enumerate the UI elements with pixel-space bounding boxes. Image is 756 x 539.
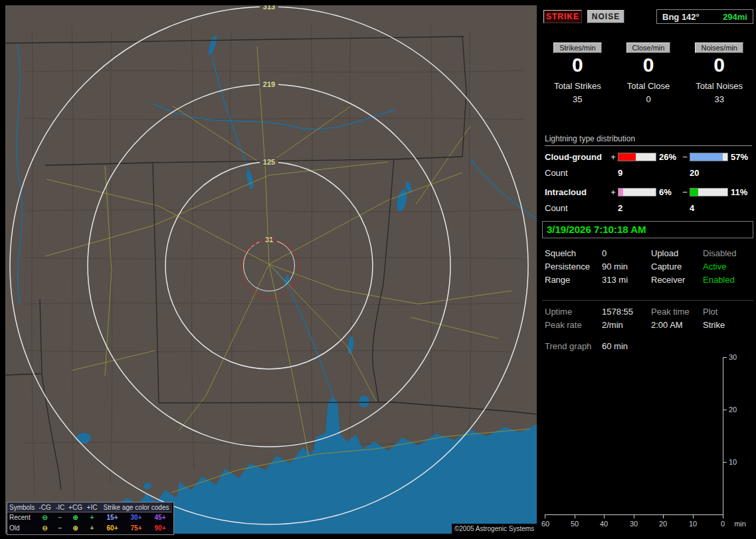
cg-negative-count: 20 (690, 168, 728, 178)
range-value: 313 mi (602, 275, 651, 288)
cloud-ground-label: Cloud-ground (545, 152, 609, 162)
cg-positive-bar (618, 153, 656, 161)
map-panel: 313 219 125 31 Symbols -CG -IC +CG +IC S… (5, 5, 537, 534)
noises-per-min-button[interactable]: Noises/min (695, 42, 743, 53)
uptime-value: 1578:55 (602, 307, 651, 320)
noises-per-min-value: 0 (684, 55, 755, 75)
total-close-label: Total Close (613, 81, 684, 91)
copyright-label: ©2005 Astrogenic Systems (452, 524, 537, 534)
legend-col-pos-ic: +IC (84, 502, 100, 512)
plot-label: Plot (703, 307, 752, 320)
app-window: 313 219 125 31 Symbols -CG -IC +CG +IC S… (0, 0, 756, 539)
cloud-ground-count-row: Count 9 20 (545, 168, 752, 178)
ic-negative-pct: 11% (728, 187, 752, 197)
neg-cg-old-icon: ⊖ (37, 523, 53, 534)
settings-grid: Squelch 0 Upload Disabled Persistence 90… (545, 248, 752, 288)
capture-status: Active (703, 262, 752, 275)
trend-graph: 30 20 10 60 50 40 30 20 10 0 min (541, 350, 756, 539)
trend-x-30: 30 (630, 520, 638, 528)
trend-y-30: 30 (729, 353, 737, 361)
cg-positive-fill (618, 153, 636, 161)
count-label: Count (545, 168, 609, 178)
mode-toolbar: STRIKE NOISE Bng 142° 294mi (543, 9, 753, 24)
map-legend: Symbols -CG -IC +CG +IC Strike age color… (7, 502, 174, 535)
lightning-map[interactable]: 313 219 125 31 (5, 5, 537, 534)
peak-rate-value: 2/min (602, 320, 651, 333)
receiver-status: Enabled (703, 275, 752, 288)
intracloud-label: Intracloud (545, 187, 609, 197)
minus-sign: − (680, 152, 690, 162)
noise-mode-button[interactable]: NOISE (587, 10, 624, 23)
minus-sign: − (680, 187, 690, 197)
cg-negative-pct: 57% (728, 152, 752, 162)
trend-x-0: 0 (721, 520, 725, 528)
ic-negative-bar (690, 188, 728, 196)
pos-ic-old-icon: + (84, 523, 100, 534)
total-close-value: 0 (613, 94, 684, 104)
plus-sign: + (609, 187, 618, 197)
legend-row-recent-label: Recent (7, 512, 37, 523)
plot-value: Strike (703, 320, 752, 333)
rate-stats: Strikes/min 0 Total Strikes 35 Close/min… (542, 41, 755, 104)
ic-negative-fill (690, 189, 698, 196)
count-label: Count (545, 203, 609, 213)
age-code-90: 90+ (148, 523, 172, 534)
lightning-distribution: Lightning type distribution Cloud-ground… (545, 134, 752, 213)
pos-cg-old-icon: ⊕ (67, 523, 84, 534)
total-strikes-value: 35 (542, 94, 613, 104)
close-per-min-button[interactable]: Close/min (626, 42, 671, 53)
age-code-75: 75+ (124, 523, 148, 534)
trend-x-50: 50 (571, 520, 579, 528)
ic-positive-count: 2 (618, 203, 656, 213)
trend-x-20: 20 (659, 520, 667, 528)
strikes-per-min-button[interactable]: Strikes/min (553, 42, 601, 53)
bearing-label: Bng 142° (662, 12, 700, 22)
ic-positive-pct: 6% (656, 187, 680, 197)
section-divider (542, 300, 753, 301)
cg-positive-pct: 26% (656, 152, 680, 162)
pos-ic-recent-icon: + (84, 512, 100, 523)
total-noises-label: Total Noises (684, 81, 755, 91)
persistence-value: 90 min (602, 262, 651, 275)
distribution-title: Lightning type distribution (545, 134, 752, 146)
trend-y-10: 10 (729, 458, 737, 466)
legend-row-old-label: Old (7, 523, 37, 534)
uptime-grid: Uptime 1578:55 Peak time Plot Peak rate … (545, 307, 752, 333)
age-code-30: 30+ (124, 512, 148, 523)
trend-graph-value: 60 min (602, 341, 752, 351)
ring-label-125: 125 (263, 158, 275, 166)
ic-positive-bar (618, 188, 656, 196)
age-code-15: 15+ (100, 512, 124, 523)
datetime-display: 3/19/2026 7:10:18 AM (542, 221, 753, 238)
trend-y-20: 20 (729, 406, 737, 414)
range-label: Range (545, 275, 602, 288)
squelch-value: 0 (602, 248, 651, 262)
uptime-label: Uptime (545, 307, 602, 320)
trend-unit: min (734, 520, 746, 528)
cg-negative-bar (690, 153, 728, 161)
intracloud-count-row: Count 2 4 (545, 203, 752, 213)
total-noises-value: 33 (684, 94, 755, 104)
legend-symbols-header: Symbols (7, 502, 37, 512)
total-strikes-label: Total Strikes (542, 81, 613, 91)
ring-label-219: 219 (263, 80, 275, 88)
neg-ic-recent-icon: − (53, 512, 67, 523)
squelch-label: Squelch (545, 248, 602, 262)
trend-x-10: 10 (689, 520, 697, 528)
ic-negative-count: 4 (690, 203, 728, 213)
close-column: Close/min 0 Total Close 0 (613, 41, 684, 104)
peak-time-value: 2:00 AM (651, 320, 703, 333)
legend-col-pos-cg: +CG (67, 502, 84, 512)
cloud-ground-row: Cloud-ground + 26% − 57% (545, 152, 752, 162)
bearing-readout: Bng 142° 294mi (656, 9, 753, 24)
age-code-60: 60+ (100, 523, 124, 534)
persistence-label: Persistence (545, 262, 602, 275)
neg-cg-recent-icon: ⊖ (37, 512, 53, 523)
intracloud-row: Intracloud + 6% − 11% (545, 187, 752, 197)
cg-positive-count: 9 (618, 168, 656, 178)
cg-negative-fill (690, 153, 723, 161)
trend-graph-row: Trend graph 60 min (545, 341, 752, 351)
strikes-column: Strikes/min 0 Total Strikes 35 (542, 41, 613, 104)
strike-mode-button[interactable]: STRIKE (543, 10, 582, 23)
legend-col-neg-ic: -IC (53, 502, 67, 512)
